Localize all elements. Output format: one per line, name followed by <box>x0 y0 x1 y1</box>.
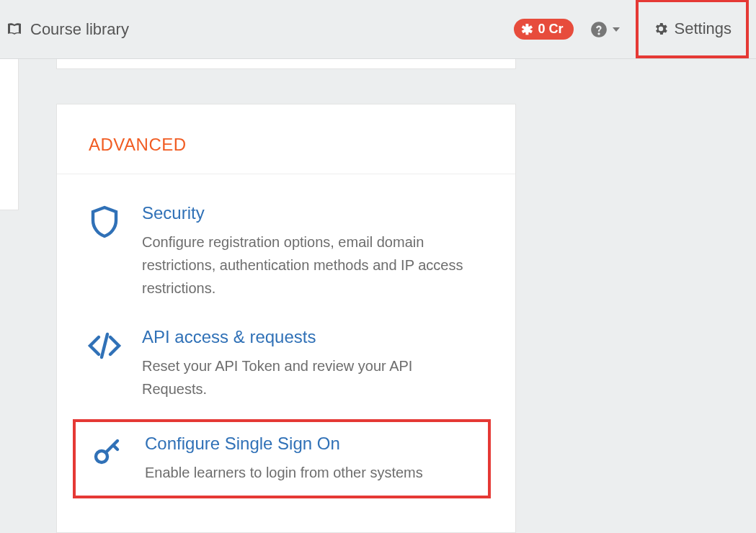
option-list: Security Configure registration options,… <box>57 174 515 509</box>
advanced-settings-card: ADVANCED Security Configure registration… <box>56 104 516 533</box>
settings-label: Settings <box>675 19 732 38</box>
card-header: ADVANCED <box>57 104 515 174</box>
asterisk-icon: ✱ <box>521 22 533 37</box>
option-configure-sso[interactable]: Configure Single Sign On Enable learners… <box>73 419 491 498</box>
help-icon <box>590 20 608 39</box>
option-desc: Reset your API Token and review your API… <box>142 354 479 400</box>
section-title: ADVANCED <box>89 135 484 155</box>
option-desc: Enable learners to login from other syst… <box>145 461 476 484</box>
page-body: ADVANCED Security Configure registration… <box>0 59 756 533</box>
shield-icon <box>84 203 125 239</box>
option-desc: Configure registration options, email do… <box>142 230 479 300</box>
content-side-strip <box>0 59 19 210</box>
credits-label: 0 Cr <box>538 22 563 37</box>
course-library-link[interactable]: Course library <box>6 20 504 39</box>
key-icon <box>87 434 128 470</box>
option-title: Configure Single Sign On <box>145 434 476 454</box>
credits-pill[interactable]: ✱ 0 Cr <box>514 19 573 40</box>
previous-card-edge <box>56 59 516 69</box>
option-security[interactable]: Security Configure registration options,… <box>77 194 486 311</box>
top-toolbar: Course library ✱ 0 Cr Settings <box>0 0 756 59</box>
settings-button[interactable]: Settings <box>636 0 750 58</box>
caret-down-icon <box>613 27 620 32</box>
option-title: API access & requests <box>142 327 479 347</box>
book-icon <box>6 21 23 38</box>
course-library-label: Course library <box>30 20 129 39</box>
option-title: Security <box>142 203 479 223</box>
option-api-access[interactable]: API access & requests Reset your API Tok… <box>77 318 486 412</box>
help-menu[interactable] <box>584 20 626 39</box>
code-icon <box>84 327 125 363</box>
gear-icon <box>653 21 669 37</box>
